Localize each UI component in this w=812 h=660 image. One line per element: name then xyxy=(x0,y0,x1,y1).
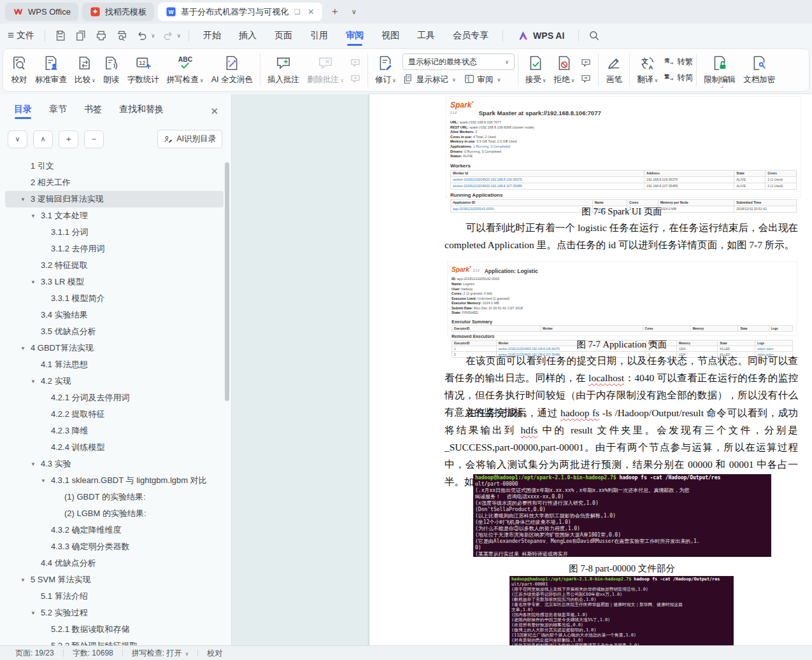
standard-review-button[interactable]: 标准审查 xyxy=(31,53,71,87)
restrict-edit-button[interactable]: 限制编辑 xyxy=(700,53,739,87)
to-simplified-button[interactable]: 繁 转简 xyxy=(663,71,693,85)
close-sidebar-icon[interactable]: ✕ xyxy=(210,106,218,117)
search-icon[interactable] xyxy=(588,29,601,42)
sidebar-tab-2[interactable]: 书签 xyxy=(84,104,102,119)
toc-item[interactable]: 4.2.3 降维 xyxy=(5,423,225,439)
hamburger-menu-icon[interactable]: ≡ xyxy=(8,29,14,42)
read-aloud-button[interactable]: 朗读 xyxy=(99,53,124,87)
spellcheck-button[interactable]: ABC 拼写检查∨ xyxy=(163,53,208,87)
menu-review-active[interactable]: 审阅 xyxy=(337,24,373,48)
sidebar-tab-3[interactable]: 查找和替换 xyxy=(119,104,164,119)
more-options-icon[interactable]: ⌟ xyxy=(720,81,723,88)
print-icon[interactable] xyxy=(95,29,108,42)
review-pane-button[interactable]: 审阅∨ xyxy=(464,73,501,87)
collapse-arrow-icon[interactable]: ▼ xyxy=(31,379,41,384)
collapse-arrow-icon[interactable]: ▼ xyxy=(41,478,51,484)
file-menu[interactable]: 文件 xyxy=(17,30,39,41)
collapse-arrow-icon[interactable]: ▼ xyxy=(20,577,31,583)
toc-item[interactable]: 3.1.1 分词 xyxy=(5,224,225,241)
undo-icon[interactable] xyxy=(136,29,148,42)
word-count-indicator[interactable]: 字数: 10698 xyxy=(64,648,122,659)
menu-wps-ai[interactable]: WPS AI xyxy=(508,24,573,48)
export-icon[interactable] xyxy=(75,29,87,42)
spellcheck-indicator[interactable]: 拼写检查: 打开∨ xyxy=(123,648,198,659)
toc-item[interactable]: 1 引文 xyxy=(5,158,225,174)
collapse-arrow-icon[interactable]: ▼ xyxy=(31,610,41,616)
toc-item[interactable]: 3.1.2 去停用词 xyxy=(5,241,225,257)
menu-item[interactable]: 视图 xyxy=(373,24,408,48)
translate-button[interactable]: 文A 翻译∨ xyxy=(633,53,662,87)
toc-item[interactable]: 3.3.1 模型简介 xyxy=(5,290,225,307)
tab-document[interactable]: W 基于分布式机器学习与可视化 ❑ ✕ xyxy=(158,3,322,21)
collapse-arrow-icon[interactable]: ▼ xyxy=(20,197,31,202)
toc-item[interactable]: 4.2.4 训练模型 xyxy=(5,439,225,456)
sidebar-tab-0[interactable]: 目录 xyxy=(14,104,32,119)
new-tab-button[interactable]: ＋ xyxy=(326,5,344,18)
menu-item[interactable]: 插入 xyxy=(230,24,266,48)
proofread-status[interactable]: 校对 xyxy=(198,648,231,659)
insert-comment-button[interactable]: 插入批注 xyxy=(264,53,303,87)
track-changes-button[interactable]: 修订∨ xyxy=(371,53,400,87)
zoom-in-outline-button[interactable]: ＋ xyxy=(59,130,78,148)
toc-item[interactable]: 5.1 算法介绍 xyxy=(5,588,225,605)
ai-polish-button[interactable]: AI 全文润色 xyxy=(208,53,257,87)
save-icon[interactable] xyxy=(54,29,67,42)
sidebar-tab-1[interactable]: 章节 xyxy=(49,104,67,119)
table-link[interactable]: worker-20181210204920-192.168.8.106-3637… xyxy=(453,178,522,181)
toc-item[interactable]: 3.4 实验结果 xyxy=(5,307,225,323)
toc-item[interactable]: 4.1 算法思想 xyxy=(5,356,225,373)
sidebar-scrollbar[interactable] xyxy=(225,162,229,401)
table-link[interactable]: worker-20181210204920-192.168.8.107-3548… xyxy=(453,184,522,188)
toc-item[interactable]: 4.2.1 分词及去停用词 xyxy=(5,390,225,406)
pen-button[interactable]: 画笔 xyxy=(602,53,626,87)
collapse-arrow-icon[interactable]: ▼ xyxy=(20,346,31,351)
toc-item[interactable]: 4.3.2 确定降维维度 xyxy=(5,522,225,538)
undo-caret-icon[interactable]: ∨ xyxy=(151,32,155,39)
print-preview-icon[interactable] xyxy=(115,29,128,42)
expand-all-button[interactable]: ∨ xyxy=(8,130,27,148)
toc-item[interactable]: ▼3 逻辑回归算法实现 xyxy=(5,191,224,207)
toc-item[interactable]: 4.2.2 提取特征 xyxy=(5,406,225,423)
toc-item[interactable]: ▼4 GBDT算法实现 xyxy=(5,340,225,356)
collapse-arrow-icon[interactable]: ▼ xyxy=(31,279,41,285)
toc-item[interactable]: (1) GBDT 的实验结果: xyxy=(5,489,225,505)
toc-item[interactable]: ▼4.3 实验 xyxy=(5,456,225,472)
to-traditional-button[interactable]: 简 转繁 xyxy=(663,55,693,69)
toc-item[interactable]: ▼5.2 实验过程 xyxy=(5,605,225,621)
reject-button[interactable]: 拒绝∨ xyxy=(550,53,579,87)
proofread-button[interactable]: 校对 xyxy=(7,53,31,87)
compare-button[interactable]: 比较∨ xyxy=(71,53,99,87)
zoom-out-outline-button[interactable]: － xyxy=(84,130,104,148)
accept-button[interactable]: 接受∨ xyxy=(522,53,550,87)
menu-item[interactable]: 引用 xyxy=(301,24,337,48)
page-indicator[interactable]: 页面: 19/23 xyxy=(6,648,63,659)
toc-item[interactable]: 5.2.1 数据读取和存储 xyxy=(5,621,225,638)
tab-docer-templates[interactable]: 找稻壳模板 xyxy=(82,3,154,21)
menu-item[interactable]: 会员专享 xyxy=(444,24,497,48)
tab-wps-office[interactable]: WPS Office xyxy=(5,3,78,21)
previous-change-icon[interactable] xyxy=(580,57,593,67)
close-tab-icon[interactable]: ✕ xyxy=(308,7,315,17)
toc-item[interactable]: ▼5 SVM 算法实现 xyxy=(5,572,225,588)
toc-item[interactable]: ▼3.1 文本处理 xyxy=(5,207,225,224)
encrypt-button[interactable]: 文档加密 xyxy=(739,53,779,87)
collapse-all-button[interactable]: ∧ xyxy=(33,130,53,148)
document-page[interactable]: Spark* 2.1.0 Spark Master at spark://192… xyxy=(369,94,812,646)
menu-item[interactable]: 开始 xyxy=(194,24,230,48)
menu-item[interactable]: 工具 xyxy=(408,24,444,48)
markup-state-select[interactable]: 显示标记的最终状态 ∨ xyxy=(402,53,515,70)
toc-item[interactable]: 4.4 优缺点分析 xyxy=(5,555,225,572)
tab-list-button[interactable]: ∨ xyxy=(348,8,360,16)
toc-item[interactable]: ▼4.3.1 sklearn.GBDT 与 lightgbm.lgbm 对比 xyxy=(5,472,225,489)
next-change-icon[interactable] xyxy=(580,73,593,83)
word-count-button[interactable]: 12 字数统计 xyxy=(124,53,163,87)
toc-item[interactable]: 2 相关工作 xyxy=(5,174,225,191)
toc-item[interactable]: ▼3.3 LR 模型 xyxy=(5,274,225,290)
ai-recognize-toc-button[interactable]: AI识别目录 xyxy=(157,130,222,148)
collapse-arrow-icon[interactable]: ▼ xyxy=(31,461,41,467)
collapse-arrow-icon[interactable]: ▼ xyxy=(31,213,41,219)
toc-item[interactable]: 3.5 优缺点分析 xyxy=(5,323,225,340)
toc-item[interactable]: (2) LGBM 的实验结果: xyxy=(5,505,225,522)
toc-item[interactable]: ▼4.2 实现 xyxy=(5,373,225,390)
menu-item[interactable]: 页面 xyxy=(266,24,301,48)
